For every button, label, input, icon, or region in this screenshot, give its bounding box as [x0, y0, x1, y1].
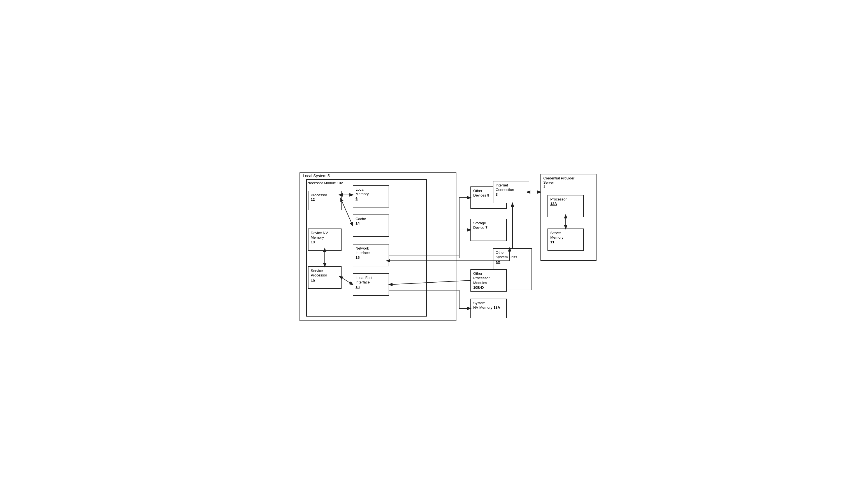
cache-box: Cache 14 — [353, 215, 389, 237]
processor-module-label: Processor Module 10A — [306, 181, 343, 185]
local-system-label: Local System 5 — [303, 173, 330, 178]
processor-12-box: Processor 12 — [308, 191, 341, 210]
local-fast-interface-box: Local FastInterface 18 — [353, 273, 389, 296]
other-proc-modules-box: OtherProcessorModules 10B-D — [470, 269, 507, 292]
server-processor-box: Processor 12A — [547, 195, 584, 217]
diagram: Local System 5 Processor Module 10A Proc… — [297, 170, 571, 327]
server-memory-box: ServerMemory 11 — [547, 229, 584, 251]
storage-device-box: StorageDevice 7 — [470, 219, 507, 241]
credential-server-label: Credential ProviderServer 1 — [541, 174, 596, 190]
network-interface-box: NetworkInterface 15 — [353, 244, 389, 266]
local-memory-box: LocalMemory 6 — [353, 185, 389, 207]
device-nv-memory-box: Device NV Memory 13 — [308, 229, 341, 251]
service-processor-box: ServiceProcessor 16 — [308, 266, 341, 289]
internet-connection-box: InternetConnection 3 — [493, 181, 529, 203]
system-nv-memory-box: SystemNV Memory 13A — [470, 299, 507, 318]
